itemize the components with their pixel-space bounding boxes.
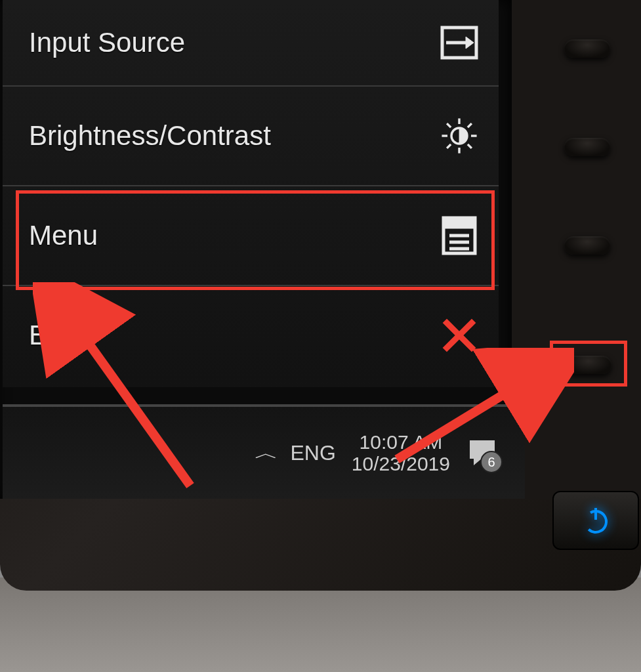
osd-item-label: Exit	[29, 320, 75, 351]
annotation-highlight-button	[550, 341, 627, 387]
physical-button-3[interactable]	[564, 236, 610, 255]
svg-line-9	[468, 144, 472, 148]
svg-marker-2	[466, 37, 474, 49]
windows-taskbar: ︿ ENG 10:07 AM 10/23/2019 6	[3, 404, 525, 499]
physical-button-1[interactable]	[564, 39, 610, 58]
desk-surface	[0, 578, 641, 672]
osd-item-label: Input Source	[29, 27, 185, 58]
svg-line-8	[447, 123, 451, 127]
taskbar-time: 10:07 AM	[360, 431, 443, 453]
osd-item-exit[interactable]: Exit	[3, 286, 499, 385]
taskbar-date: 10/23/2019	[352, 453, 450, 474]
power-icon	[581, 505, 611, 536]
notification-badge: 6	[480, 451, 503, 473]
svg-line-10	[447, 144, 451, 148]
close-icon	[440, 316, 479, 355]
action-center-icon[interactable]: 6	[466, 436, 499, 469]
physical-button-2[interactable]	[564, 138, 610, 156]
language-indicator[interactable]: ENG	[291, 441, 336, 465]
osd-item-brightness-contrast[interactable]: Brightness/Contrast	[3, 87, 499, 186]
monitor-photo: Input Source Brightness/Contrast	[0, 0, 641, 672]
annotation-highlight-menu	[16, 190, 495, 290]
tray-overflow-icon[interactable]: ︿	[254, 442, 278, 465]
svg-line-11	[468, 123, 472, 127]
osd-item-label: Brightness/Contrast	[29, 120, 271, 152]
input-source-icon	[440, 23, 479, 62]
taskbar-clock[interactable]: 10:07 AM 10/23/2019	[352, 431, 450, 474]
osd-item-input-source[interactable]: Input Source	[3, 0, 499, 87]
power-button[interactable]	[552, 491, 639, 550]
brightness-icon	[440, 116, 479, 156]
